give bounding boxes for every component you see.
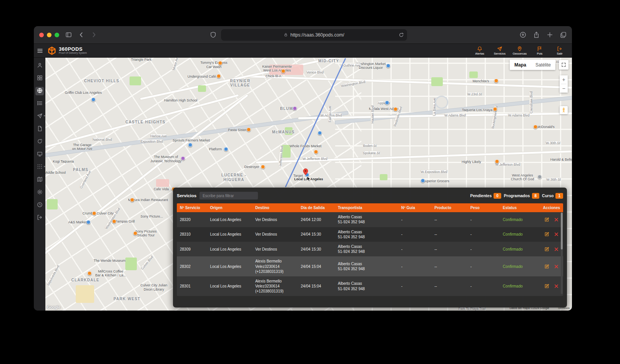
edit-icon[interactable] — [544, 232, 549, 237]
edit-icon[interactable] — [544, 217, 549, 222]
header-nav-item[interactable]: Pois — [532, 46, 547, 55]
column-header: Nº Guía — [398, 203, 431, 212]
poi-marker[interactable] — [534, 125, 538, 129]
zoom-in-button[interactable]: + — [560, 75, 568, 84]
status-tab[interactable]: Pendientes 0 — [470, 193, 501, 199]
cell-destino[interactable]: Alexis Bermello Velez3230614 (+120380313… — [252, 276, 298, 296]
table-row[interactable]: 28310 Local Los Angeles Ver Destinos 24/… — [177, 227, 563, 242]
delete-icon[interactable] — [554, 247, 559, 252]
fullscreen-button[interactable] — [559, 60, 568, 70]
header-nav-item[interactable]: Geocercas — [512, 46, 527, 55]
cell-destino[interactable]: Ver Destinos — [252, 215, 298, 224]
sidebar-item[interactable] — [35, 87, 44, 95]
edit-icon[interactable] — [544, 247, 549, 252]
delete-icon[interactable] — [554, 232, 559, 237]
poi-marker[interactable] — [494, 78, 498, 83]
minimize-window-button[interactable] — [47, 33, 52, 37]
status-tab[interactable]: Curso 1 — [542, 193, 563, 199]
edit-icon[interactable] — [544, 264, 549, 269]
shield-icon[interactable] — [210, 32, 216, 38]
sidebar-item[interactable] — [35, 163, 44, 171]
poi-marker[interactable] — [493, 107, 497, 111]
close-window-button[interactable] — [39, 33, 44, 37]
poi-marker[interactable] — [314, 150, 318, 154]
edit-icon[interactable] — [544, 284, 549, 289]
delete-icon[interactable] — [554, 217, 559, 222]
zoom-out-button[interactable]: − — [560, 84, 568, 93]
poi-marker[interactable] — [495, 160, 499, 164]
new-tab-icon[interactable] — [547, 32, 553, 38]
menu-icon[interactable] — [37, 48, 43, 54]
poi-marker[interactable] — [538, 175, 542, 179]
poi-marker[interactable] — [421, 179, 425, 183]
sidebar-item[interactable] — [35, 201, 44, 209]
poi-marker[interactable] — [293, 106, 297, 111]
poi-marker[interactable] — [317, 131, 322, 135]
sidebar-item[interactable] — [35, 125, 44, 133]
cell-producto: -- — [431, 215, 467, 224]
reload-icon[interactable] — [399, 32, 404, 38]
poi-marker[interactable] — [218, 61, 222, 65]
poi-marker[interactable] — [133, 231, 138, 235]
poi-marker[interactable] — [92, 211, 96, 215]
cell-transportista: Alberto Casas 51-924 352 948 — [335, 227, 398, 242]
cell-destino[interactable]: Ver Destinos — [252, 229, 298, 239]
cell-destino[interactable]: Ver Destinos — [252, 244, 298, 254]
downloads-icon[interactable] — [520, 32, 526, 38]
poi-marker[interactable] — [281, 69, 286, 73]
sidebar-item[interactable] — [35, 100, 44, 108]
header-nav-item[interactable]: Servicios — [492, 46, 507, 55]
header-nav-item[interactable]: Salir — [552, 46, 567, 55]
poi-marker[interactable] — [112, 219, 116, 224]
delete-icon[interactable] — [554, 264, 559, 269]
table-row[interactable]: 28302 Local Los Angeles Alexis Bermello … — [177, 256, 563, 276]
status-tab[interactable]: Programados 8 — [504, 193, 539, 199]
column-header: Transportista — [335, 203, 398, 212]
share-icon[interactable] — [533, 32, 540, 38]
map-canvas[interactable]: CHEVIOT HILLS REYNIER VILLAGE CASTLE HEI… — [45, 58, 572, 311]
poi-marker[interactable] — [216, 74, 221, 78]
poi-marker[interactable] — [385, 101, 389, 105]
poi-marker[interactable] — [88, 271, 92, 275]
table-scrollbar[interactable] — [561, 213, 563, 294]
cell-destino[interactable]: Alexis Bermello Velez3230614 (+120380313… — [252, 256, 298, 276]
forward-icon[interactable] — [91, 32, 97, 38]
delete-icon[interactable] — [554, 284, 559, 289]
column-header: Día de Salida — [298, 203, 335, 212]
table-row[interactable]: 28309 Local Los Angeles Ver Destinos 24/… — [177, 242, 563, 256]
sidebar-item[interactable] — [35, 74, 44, 83]
header-nav-item[interactable]: Alertas — [472, 46, 487, 55]
tab-overview-icon[interactable] — [560, 32, 567, 38]
table-row[interactable]: 28301 Local Los Angeles Alexis Bermello … — [177, 276, 563, 296]
map-type-satellite-button[interactable]: Satélite — [531, 60, 555, 70]
sidebar-item[interactable] — [35, 112, 44, 121]
back-icon[interactable] — [78, 32, 85, 38]
sidebar-item[interactable] — [35, 214, 44, 222]
address-bar[interactable]: https://saas.360pods.com/ — [221, 29, 407, 41]
sidebar-toggle-icon[interactable] — [65, 32, 72, 38]
poi-marker[interactable] — [224, 147, 228, 151]
poi-marker[interactable] — [130, 198, 135, 202]
sidebar-item[interactable] — [35, 61, 44, 70]
sidebar-item[interactable] — [35, 188, 44, 197]
poi-marker[interactable] — [394, 107, 398, 111]
poi-marker[interactable] — [181, 156, 185, 160]
filter-input[interactable] — [199, 192, 258, 199]
poi-marker[interactable] — [188, 143, 192, 147]
app-header: 360PODS Proof Of Delivery System Alertas… — [34, 44, 572, 58]
table-scrollbar-thumb[interactable] — [561, 213, 563, 249]
table-row[interactable]: 28320 Local Los Angeles Ver Destinos 24/… — [177, 212, 563, 227]
sidebar-item[interactable] — [35, 176, 44, 184]
sidebar-item[interactable] — [35, 150, 44, 159]
zoom-window-button[interactable] — [55, 33, 59, 37]
poi-marker[interactable] — [386, 64, 390, 68]
poi-marker[interactable] — [246, 127, 251, 131]
poi-marker[interactable] — [261, 165, 265, 169]
map-type-map-button[interactable]: Mapa — [510, 60, 531, 70]
cell-transportista: Alberto Casas 51-924 352 948 — [335, 259, 398, 274]
logo-cube-icon — [48, 47, 56, 55]
poi-marker[interactable] — [86, 220, 91, 224]
sidebar-item[interactable] — [35, 138, 44, 146]
pegman-button[interactable] — [560, 106, 568, 114]
poi-marker[interactable] — [91, 97, 95, 101]
